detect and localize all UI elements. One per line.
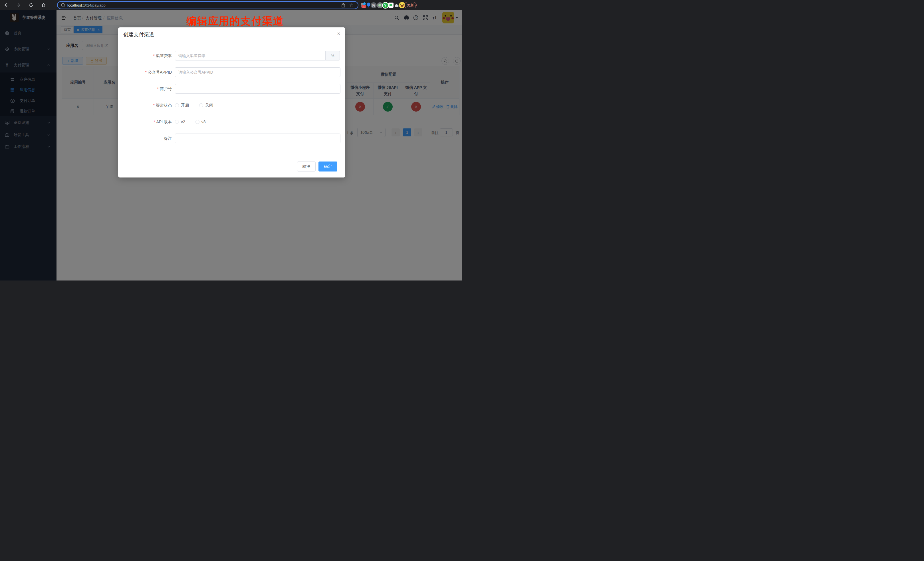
radio-circle-icon (199, 103, 203, 107)
browser-home-icon[interactable] (40, 0, 47, 10)
rate-input[interactable] (175, 51, 326, 60)
merchant-label: 商户号 (118, 84, 172, 94)
status-label: 渠道状态 (118, 100, 172, 110)
form-row-api-version: API 版本 v2 v3 (118, 117, 345, 127)
screen: localhost:1024/pay/app ☆ 10 ⌘ (0, 0, 462, 280)
remark-input[interactable] (175, 134, 340, 143)
app-window: 芋道管理系统 首页 系统管理 ¥ 支付管理 商户信息 应用信息 (0, 10, 462, 280)
appid-input[interactable] (175, 68, 340, 77)
ext-badge: 10 (362, 5, 366, 8)
browser-reload-icon[interactable] (28, 0, 34, 10)
appid-label: 公众号APPID (118, 68, 172, 77)
remark-label: 备注 (118, 134, 172, 143)
form-row-rate: 渠道费率 % (118, 51, 345, 60)
url-path: :1024/pay/app (82, 3, 105, 8)
form-row-status: 渠道状态 开启 关闭 (118, 100, 345, 110)
radio-circle-icon (175, 103, 179, 107)
radio-status-open[interactable]: 开启 (175, 100, 189, 110)
form-row-appid: 公众号APPID (118, 68, 345, 77)
radio-circle-icon (195, 120, 200, 124)
browser-menu-icon[interactable] (413, 0, 418, 10)
radio-api-v3[interactable]: v3 (195, 117, 206, 127)
url-host: localhost (68, 3, 82, 8)
create-pay-channel-dialog: 创建支付渠道 × 渠道费率 % 公众号APPID 商户号 渠道状态 开启 关闭 (118, 27, 345, 177)
confirm-button[interactable]: 确定 (318, 162, 337, 171)
browser-back-icon[interactable] (3, 0, 9, 10)
merchant-input[interactable] (175, 84, 340, 94)
bookmark-star-icon[interactable]: ☆ (349, 3, 353, 8)
form-row-remark: 备注 (118, 134, 345, 143)
browser-forward-icon[interactable] (15, 0, 22, 10)
browser-toolbar: localhost:1024/pay/app ☆ 10 ⌘ (0, 0, 462, 10)
rate-label: 渠道费率 (118, 51, 172, 60)
radio-circle-icon (175, 120, 179, 124)
radio-status-closed[interactable]: 关闭 (199, 100, 213, 110)
dialog-title: 创建支付渠道 (123, 31, 154, 38)
rate-suffix: % (325, 51, 340, 60)
close-icon[interactable]: × (337, 31, 340, 37)
address-bar[interactable]: localhost:1024/pay/app ☆ (57, 1, 358, 9)
radio-api-v2[interactable]: v2 (175, 117, 185, 127)
share-icon[interactable] (341, 3, 345, 8)
cancel-button[interactable]: 取消 (297, 162, 316, 171)
api-version-label: API 版本 (118, 117, 172, 127)
site-info-icon[interactable] (61, 3, 65, 7)
form-row-merchant: 商户号 (118, 84, 345, 94)
annotation-text: 编辑应用的支付渠道 (186, 14, 284, 28)
ext-tag-assistant-icon[interactable]: 10 (360, 0, 366, 10)
